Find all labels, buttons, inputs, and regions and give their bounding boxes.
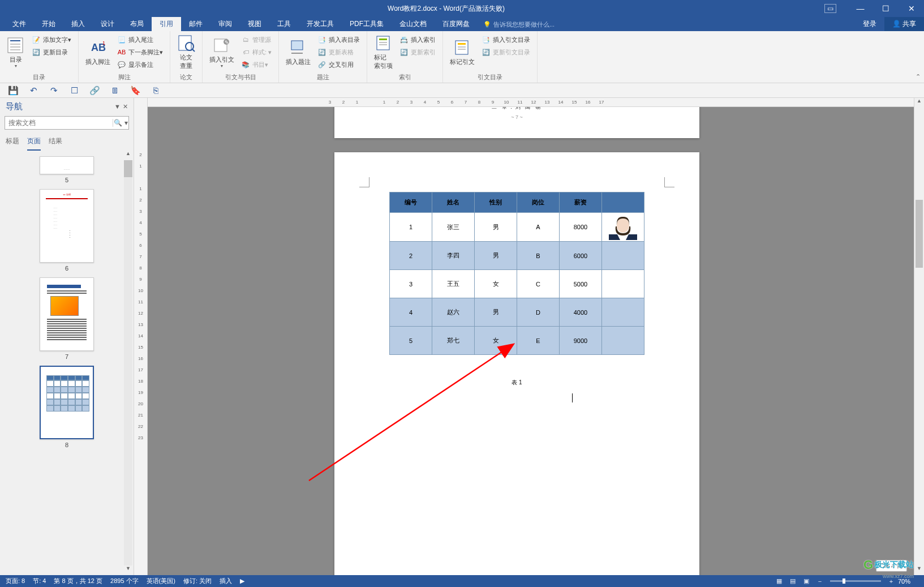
view-print-icon[interactable]: ▤ <box>786 577 800 585</box>
add-text-button[interactable]: 📝添加文字 ▾ <box>31 33 72 46</box>
nav-dropdown-icon[interactable]: ▼ <box>114 103 121 110</box>
login-button[interactable]: 登录 <box>855 17 884 31</box>
next-footnote-button[interactable]: AB下一条脚注 ▾ <box>116 46 164 58</box>
update-table-button[interactable]: 🔄更新表格 <box>316 46 361 58</box>
search-input[interactable] <box>5 119 113 127</box>
tab-design[interactable]: 设计 <box>93 17 122 31</box>
tab-view[interactable]: 视图 <box>240 17 269 31</box>
status-track[interactable]: 修订: 关闭 <box>183 577 212 585</box>
save-button[interactable]: 💾 <box>7 84 19 97</box>
tab-dev[interactable]: 开发工具 <box>299 17 342 31</box>
status-section[interactable]: 节: 4 <box>33 577 46 585</box>
view-web-icon[interactable]: ▣ <box>800 577 813 585</box>
toc-button[interactable]: 目录 ▼ <box>3 32 28 72</box>
update-icon: 🔄 <box>32 48 41 57</box>
minimize-button[interactable]: — <box>848 0 873 17</box>
cross-ref-button[interactable]: 🔗交叉引用 <box>316 58 361 71</box>
qat-custom2-button[interactable]: 🗏 <box>109 84 121 97</box>
quick-access-toolbar: 💾 ↶ ↷ ☐ 🔗 🗏 🔖 ⎘ <box>0 83 924 98</box>
tab-insert[interactable]: 插入 <box>63 17 93 31</box>
nav-tab-headings[interactable]: 标题 <box>6 136 19 151</box>
insert-fig-table-button[interactable]: 📑插入表目录 <box>316 33 361 46</box>
bibliography-button[interactable]: 📚书目 ▾ <box>240 58 273 71</box>
maximize-button[interactable]: ☐ <box>873 0 899 17</box>
insert-authorities-button[interactable]: 📑插入引文目录 <box>480 33 531 46</box>
navigation-pane: 导航 ▼ ✕ 🔍 ▾ 标题 页面 结果 — — — 5 xx 说明 · · ··… <box>0 98 134 575</box>
insert-endnote-button[interactable]: 📃插入尾注 <box>116 33 164 46</box>
mark-index-button[interactable]: 标记 索引项 <box>371 32 396 72</box>
table-row: 5 郑七 女 E 9000 <box>390 327 644 355</box>
tab-mail[interactable]: 邮件 <box>181 17 210 31</box>
macro-icon[interactable]: ▶ <box>240 577 244 585</box>
tab-home[interactable]: 开始 <box>34 17 63 31</box>
tab-tools[interactable]: 工具 <box>269 17 299 31</box>
toc-icon <box>7 36 25 54</box>
undo-button[interactable]: ↶ <box>27 84 40 97</box>
redo-button[interactable]: ↷ <box>48 84 60 97</box>
status-insert[interactable]: 插入 <box>220 577 232 585</box>
status-pages[interactable]: 第 8 页，共 12 页 <box>54 577 102 585</box>
table-row: 2 李四 男 B 6000 <box>390 242 644 270</box>
svg-rect-19 <box>455 41 468 54</box>
table-caption[interactable]: 表 1 <box>334 379 699 387</box>
insert-caption-button[interactable]: 插入题注 <box>282 32 314 72</box>
tab-baidu[interactable]: 百度网盘 <box>435 17 478 31</box>
page-8[interactable]: 编号 姓名 性别 岗位 薪资 1 张三 男 A 8000 <box>334 152 699 575</box>
nav-close-icon[interactable]: ✕ <box>123 103 128 110</box>
text-cursor <box>572 393 573 402</box>
document-canvas[interactable]: 二 章：刘 禹 锡 ~ 7 ~ 编号 姓名 性别 岗位 薪资 <box>148 107 924 575</box>
update-authorities-button[interactable]: 🔄更新引文目录 <box>480 46 531 58</box>
qat-custom4-button[interactable]: ⎘ <box>149 84 162 97</box>
tab-file[interactable]: 文件 <box>5 17 34 31</box>
new-button[interactable]: ☐ <box>68 84 80 97</box>
mark-citation-icon <box>453 38 471 57</box>
status-page[interactable]: 页面: 8 <box>6 577 25 585</box>
tab-layout[interactable]: 布局 <box>122 17 152 31</box>
horizontal-ruler[interactable]: 321 12345 678910 1112131415 1617 <box>148 98 924 107</box>
tab-review[interactable]: 审阅 <box>210 17 240 31</box>
svg-text:1: 1 <box>102 40 105 46</box>
zoom-slider[interactable] <box>830 580 881 582</box>
thumb-page-7[interactable]: 7 <box>2 277 131 360</box>
photo-cell[interactable] <box>602 213 644 242</box>
search-icon[interactable]: 🔍 ▾ <box>113 119 128 127</box>
table-row: 3 王五 女 C 5000 <box>390 270 644 298</box>
show-notes-button[interactable]: 💬显示备注 <box>116 58 164 71</box>
thumb-page-5[interactable]: — — — 5 <box>2 156 131 183</box>
update-table-icon: 🔄 <box>317 48 326 57</box>
research-button[interactable]: 论文 查重 <box>174 32 199 72</box>
document-table[interactable]: 编号 姓名 性别 岗位 薪资 1 张三 男 A 8000 <box>389 192 644 355</box>
collapse-ribbon-icon[interactable]: ⌃ <box>916 73 921 80</box>
nav-tab-results[interactable]: 结果 <box>49 136 62 151</box>
close-button[interactable]: ✕ <box>899 0 924 17</box>
status-lang[interactable]: 英语(美国) <box>147 577 175 585</box>
update-index-button[interactable]: 🔄更新索引 <box>398 46 437 58</box>
manage-sources-button[interactable]: 🗂管理源 <box>240 33 273 46</box>
insert-citation-button[interactable]: ✎ 插入引文 ▼ <box>206 32 238 72</box>
thumb-page-6[interactable]: xx 说明 · · ·· · ·· · ·· · ·· · ·· · ·· · … <box>2 189 131 272</box>
qat-custom3-button[interactable]: 🔖 <box>129 84 141 97</box>
zoom-out-button[interactable]: − <box>813 578 827 585</box>
tell-me-input[interactable]: 告诉我您想要做什么... <box>478 18 560 31</box>
view-read-icon[interactable]: ▦ <box>772 577 786 585</box>
nav-scrollbar[interactable]: ▲ ▼ <box>123 151 133 575</box>
insert-footnote-button[interactable]: AB1 插入脚注 <box>82 32 114 72</box>
thumb-page-8[interactable]: 8 <box>2 366 131 448</box>
qat-custom1-button[interactable]: 🔗 <box>88 84 101 97</box>
nav-tab-pages[interactable]: 页面 <box>27 136 41 151</box>
thumbnail-list: — — — 5 xx 说明 · · ·· · ·· · ·· · ·· · ··… <box>0 151 134 575</box>
share-button[interactable]: 👤 共享 <box>884 17 924 31</box>
tab-kingsoft[interactable]: 金山文档 <box>392 17 435 31</box>
style-dropdown[interactable]: 🏷样式: ▾ <box>240 46 273 58</box>
insert-auth-icon: 📑 <box>482 35 491 44</box>
vertical-ruler[interactable]: 2112 34567 89101112 1314151617 181920212… <box>134 98 148 575</box>
insert-index-button[interactable]: 📇插入索引 <box>398 33 437 46</box>
tab-pdf[interactable]: PDF工具集 <box>342 17 392 31</box>
status-words[interactable]: 2895 个字 <box>110 577 139 585</box>
nav-search-box[interactable]: 🔍 ▾ <box>5 116 129 130</box>
update-toc-button[interactable]: 🔄更新目录 <box>31 46 72 58</box>
tab-references[interactable]: 引用 <box>152 17 181 31</box>
document-scrollbar[interactable]: ▲▼ <box>914 98 924 575</box>
ribbon-display-options-icon[interactable]: ▭ <box>824 4 836 13</box>
mark-citation-button[interactable]: 标记引文 <box>446 32 478 72</box>
